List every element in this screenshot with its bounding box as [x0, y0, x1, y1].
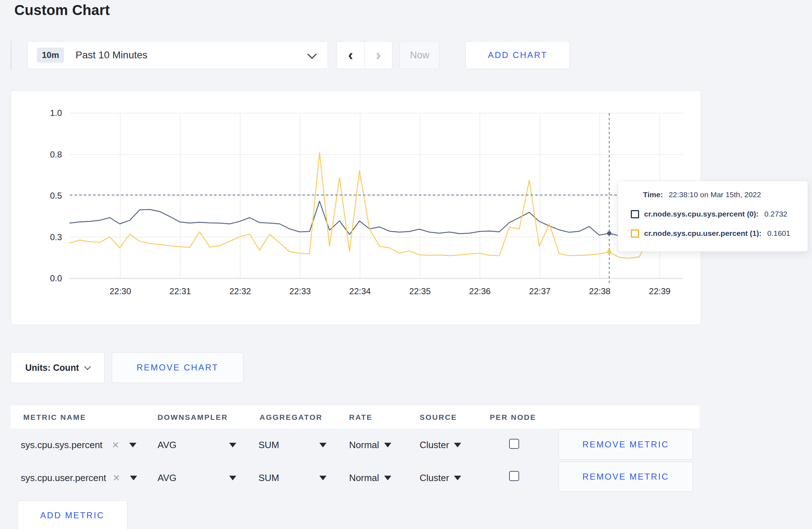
tooltip-time-value: 22:38:10 on Mar 15th, 2022	[669, 190, 761, 199]
caret-down-icon	[454, 476, 461, 480]
metric-name-select[interactable]: sys.cpu.sys.percent ✕	[21, 440, 136, 451]
remove-chart-button[interactable]: REMOVE CHART	[112, 352, 243, 383]
remove-metric-button[interactable]: REMOVE METRIC	[559, 429, 693, 460]
chart-hover-tooltip: Time: 22:38:10 on Mar 15th, 2022 cr.node…	[618, 181, 808, 252]
metric-name-select[interactable]: sys.cpu.user.percent ✕	[21, 472, 137, 484]
aggregator-select[interactable]: SUM	[258, 472, 327, 484]
tooltip-series-row: cr.node.sys.cpu.user.percent (1): 0.1601	[631, 229, 790, 238]
source-select[interactable]: Cluster	[420, 472, 461, 484]
metric-name-value: sys.cpu.user.percent	[21, 472, 106, 484]
svg-text:1.0: 1.0	[50, 108, 62, 118]
series-user-swatch-icon	[631, 229, 639, 238]
tooltip-time-label: Time:	[643, 190, 663, 199]
timeseries-chart[interactable]: 0.00.30.50.81.022:3022:3122:3222:3322:34…	[11, 90, 701, 325]
col-header-metric-name: METRIC NAME	[23, 413, 86, 422]
tooltip-series-label: cr.node.sys.cpu.sys.percent (0):	[644, 210, 759, 218]
svg-text:22:30: 22:30	[110, 286, 131, 296]
source-value: Cluster	[420, 440, 449, 451]
units-select[interactable]: Units: Count	[11, 352, 105, 383]
caret-down-icon	[384, 476, 391, 480]
time-forward-button[interactable]: ›	[365, 42, 392, 69]
caret-down-icon	[229, 443, 236, 447]
time-back-button[interactable]: ‹	[337, 42, 365, 69]
caret-down-icon	[129, 443, 136, 447]
page-title: Custom Chart	[14, 2, 110, 18]
rate-select[interactable]: Normal	[349, 472, 391, 484]
chevron-down-icon	[84, 363, 91, 370]
aggregator-value: SUM	[258, 440, 279, 451]
svg-text:22:37: 22:37	[529, 286, 551, 296]
time-range-select[interactable]: 10m Past 10 Minutes	[27, 41, 328, 69]
time-nav-group: ‹ ›	[337, 41, 392, 69]
clear-metric-icon[interactable]: ✕	[112, 473, 120, 483]
series-sys-swatch-icon	[631, 210, 639, 218]
aggregator-select[interactable]: SUM	[258, 440, 327, 451]
svg-text:0.3: 0.3	[50, 232, 62, 242]
toolbar-divider	[11, 41, 11, 69]
caret-down-icon	[130, 476, 137, 480]
caret-down-icon	[384, 443, 391, 447]
caret-down-icon	[319, 476, 327, 480]
add-metric-button[interactable]: ADD METRIC	[17, 500, 127, 529]
remove-metric-button[interactable]: REMOVE METRIC	[559, 462, 693, 492]
downsampler-select[interactable]: AVG	[158, 472, 236, 484]
tooltip-series-row: cr.node.sys.cpu.sys.percent (0): 0.2732	[631, 210, 787, 218]
svg-text:0.0: 0.0	[50, 273, 62, 283]
svg-text:0.5: 0.5	[50, 191, 62, 200]
metric-name-value: sys.cpu.sys.percent	[21, 440, 102, 451]
downsampler-value: AVG	[158, 472, 177, 484]
svg-text:22:34: 22:34	[349, 286, 371, 296]
svg-text:22:31: 22:31	[169, 286, 191, 296]
add-chart-button[interactable]: ADD CHART	[465, 41, 570, 69]
per-node-checkbox[interactable]	[509, 471, 519, 481]
per-node-checkbox[interactable]	[509, 439, 519, 449]
rate-value: Normal	[349, 472, 379, 484]
source-value: Cluster	[420, 472, 449, 484]
time-range-badge: 10m	[37, 48, 64, 63]
caret-down-icon	[319, 443, 327, 447]
svg-text:22:38: 22:38	[589, 286, 610, 296]
chevron-down-icon	[307, 49, 317, 59]
svg-text:22:33: 22:33	[289, 286, 311, 296]
col-header-per-node: PER NODE	[490, 413, 536, 422]
svg-text:22:35: 22:35	[409, 286, 431, 296]
caret-down-icon	[454, 443, 461, 447]
svg-text:22:39: 22:39	[649, 286, 671, 296]
rate-value: Normal	[349, 440, 379, 451]
clear-metric-icon[interactable]: ✕	[112, 440, 119, 450]
rate-select[interactable]: Normal	[349, 440, 391, 451]
tooltip-series-label: cr.node.sys.cpu.user.percent (1):	[644, 229, 762, 238]
col-header-rate: RATE	[349, 413, 373, 422]
tooltip-time-row: Time: 22:38:10 on Mar 15th, 2022	[643, 190, 761, 199]
col-header-aggregator: AGGREGATOR	[260, 413, 323, 422]
svg-text:22:36: 22:36	[469, 286, 490, 296]
svg-text:22:32: 22:32	[229, 286, 251, 296]
units-label: Units: Count	[25, 363, 79, 373]
col-header-source: SOURCE	[420, 413, 457, 422]
aggregator-value: SUM	[258, 472, 279, 484]
tooltip-series-value: 0.1601	[767, 229, 790, 238]
downsampler-select[interactable]: AVG	[158, 440, 236, 451]
tooltip-series-value: 0.2732	[764, 210, 787, 218]
time-range-label: Past 10 Minutes	[76, 49, 148, 61]
caret-down-icon	[229, 476, 236, 480]
downsampler-value: AVG	[158, 440, 177, 451]
svg-text:0.8: 0.8	[50, 150, 62, 159]
col-header-downsampler: DOWNSAMPLER	[158, 413, 228, 422]
now-button[interactable]: Now	[400, 41, 440, 69]
source-select[interactable]: Cluster	[420, 440, 461, 451]
